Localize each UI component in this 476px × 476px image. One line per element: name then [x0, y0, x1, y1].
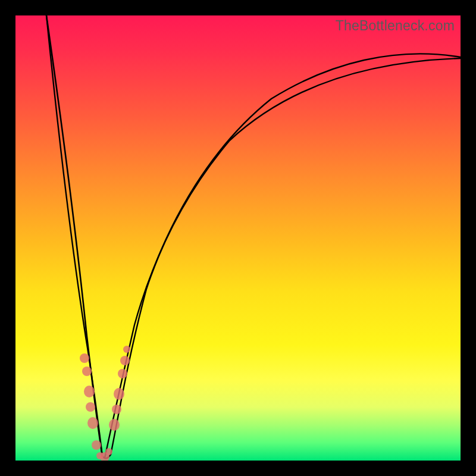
- curve-path: [46, 15, 461, 458]
- highlight-dot: [82, 367, 92, 376]
- highlight-dot: [112, 405, 121, 414]
- highlight-dot: [80, 353, 89, 363]
- curve-path-right: [105, 58, 461, 458]
- highlight-dot: [105, 448, 112, 455]
- highlight-dot: [86, 402, 95, 412]
- watermark-text: TheBottleneck.com: [336, 18, 455, 34]
- highlight-dot: [114, 388, 124, 400]
- bottleneck-curve: [15, 15, 461, 461]
- highlight-dot: [92, 440, 101, 450]
- highlight-dot: [120, 356, 130, 365]
- chart-frame: TheBottleneck.com: [0, 0, 476, 476]
- plot-area: TheBottleneck.com: [15, 15, 461, 461]
- highlight-dot: [87, 417, 98, 429]
- highlight-dot: [84, 386, 95, 397]
- highlight-dot: [123, 346, 130, 353]
- highlight-dot: [109, 419, 120, 431]
- highlight-dot: [118, 369, 127, 378]
